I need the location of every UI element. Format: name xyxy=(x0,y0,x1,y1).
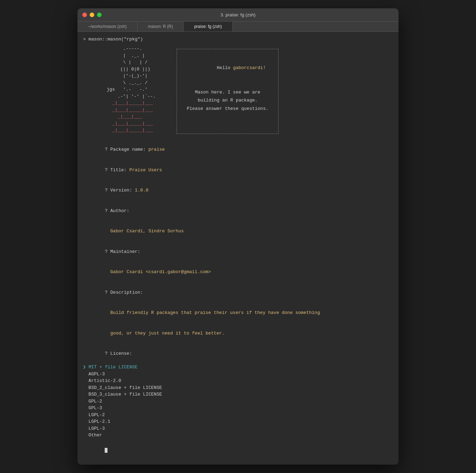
command-line: > mason::mason("rpkg") xyxy=(83,36,393,43)
ascii-line-red: _|___|___ xyxy=(104,113,156,120)
qa-author-label: ? Author: xyxy=(83,201,393,221)
license-option-lgpl3[interactable]: LGPL-3 xyxy=(83,425,393,432)
speech-bubble: Hello gaborcsardi! Mason here. I see we … xyxy=(177,49,278,134)
ascii-line-red: _|___|_____|___ xyxy=(104,107,156,114)
ascii-line: |'-(_)-'| xyxy=(104,73,156,80)
qa-package-name: ? Package name: praise xyxy=(83,140,393,160)
ascii-robot: .-----. | ._. | \ | | / (|| 0|0 ||) |'-(… xyxy=(104,45,156,134)
qa-title: ? Title: Praise Users xyxy=(83,160,393,180)
terminal-body: > mason::mason("rpkg") .-----. | ._. | \… xyxy=(77,32,399,465)
title-bar: 3. praise: fg (zsh) xyxy=(77,8,399,22)
tab-bar: ~/works/mason (zsh) mason: R (R) praise:… xyxy=(77,22,399,32)
license-option-artistic[interactable]: Artistic-2.0 xyxy=(83,377,393,384)
ascii-line-red: _|___|_____|___ xyxy=(104,120,156,127)
ascii-section: .-----. | ._. | \ | | / (|| 0|0 ||) |'-(… xyxy=(104,45,393,134)
ascii-line-red: _|___|_____|___ xyxy=(104,127,156,134)
bubble-line3: Mason here. I see we are xyxy=(187,88,268,96)
qa-author-value: Gabor Csardi, Sindre Sorhus xyxy=(83,221,393,242)
license-option-lgpl2[interactable]: LGPL-2 xyxy=(83,412,393,419)
bubble-line4: building an R package. xyxy=(187,96,268,104)
qa-maintainer-value: Gabor Csardi <csardi.gabor@gmail.com> xyxy=(83,262,393,283)
license-option-gpl3[interactable]: GPL-3 xyxy=(83,405,393,412)
traffic-lights xyxy=(77,13,102,17)
license-option-bsd2[interactable]: BSD_2_clause + file LICENSE xyxy=(83,384,393,391)
license-option-lgpl21[interactable]: LGPL-2.1 xyxy=(83,418,393,425)
tab-works-mason[interactable]: ~/works/mason (zsh) xyxy=(77,22,137,31)
tab-praise-fg[interactable]: praise: fg (zsh) xyxy=(184,22,232,31)
qa-maintainer-label: ? Maintainer: xyxy=(83,241,393,262)
close-button[interactable] xyxy=(82,13,87,17)
license-option-other[interactable]: Other xyxy=(83,432,393,439)
bubble-line2 xyxy=(187,80,268,88)
qa-license-label: ? License: xyxy=(83,344,393,364)
qa-description-value2: good, or they just need it to feel bette… xyxy=(83,323,393,344)
terminal-window: 3. praise: fg (zsh) ~/works/mason (zsh) … xyxy=(77,8,399,465)
qa-description-value1: Build friendly R packages that praise th… xyxy=(83,303,393,323)
qa-description-label: ? Description: xyxy=(83,282,393,303)
ascii-line: jgs '.- -.' xyxy=(104,86,156,93)
ascii-line: \ | | / xyxy=(104,59,156,66)
ascii-line: \ ._._. / xyxy=(104,80,156,87)
license-option-mit[interactable]: ❯ MIT + file LICENSE xyxy=(83,364,393,371)
qa-section: ? Package name: praise ? Title: Praise U… xyxy=(83,140,393,461)
cursor-line xyxy=(83,440,393,461)
ascii-line: .-'| '-' |`--. xyxy=(104,93,156,100)
maximize-button[interactable] xyxy=(97,13,102,17)
license-option-agpl3[interactable]: AGPL-3 xyxy=(83,371,393,378)
terminal-cursor xyxy=(105,448,107,453)
ascii-line: | ._. | xyxy=(104,52,156,59)
qa-version: ? Version: 1.0.0 xyxy=(83,180,393,201)
license-option-gpl2[interactable]: GPL-2 xyxy=(83,398,393,405)
username: gaborcsardi xyxy=(233,65,263,70)
ascii-line: .-----. xyxy=(104,45,156,52)
ascii-line: (|| 0|0 ||) xyxy=(104,66,156,73)
bubble-hello: Hello gaborcsardi! xyxy=(187,55,268,80)
window-title: 3. praise: fg (zsh) xyxy=(77,12,399,17)
ascii-line-red: _|___|_____|___ xyxy=(104,100,156,107)
license-option-bsd3[interactable]: BSD_3_clause + file LICENSE xyxy=(83,391,393,398)
bubble-line5: Please answer these questions. xyxy=(187,105,268,113)
minimize-button[interactable] xyxy=(90,13,94,17)
tab-mason-r[interactable]: mason: R (R) xyxy=(137,22,184,31)
